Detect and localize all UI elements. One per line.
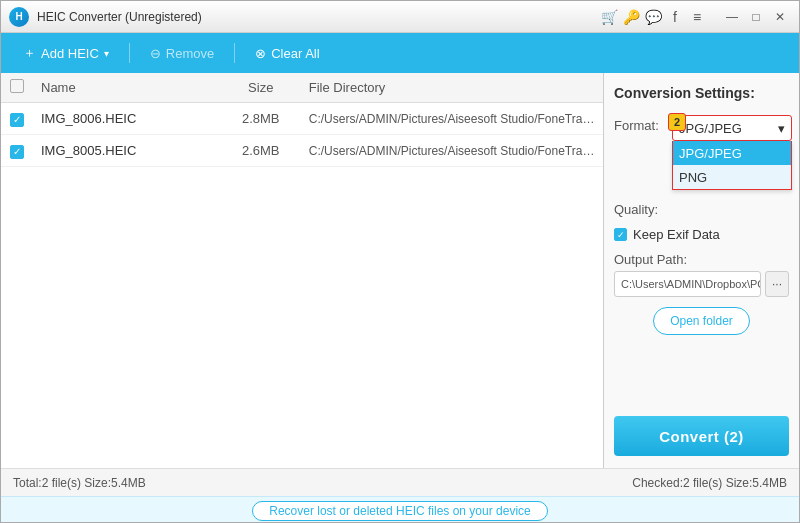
toolbar: ＋ Add HEIC ▾ ⊖ Remove ⊗ Clear All [1, 33, 799, 73]
minimize-button[interactable]: — [721, 6, 743, 28]
format-dropdown-menu: JPG/JPEG PNG [672, 141, 792, 190]
header-checkbox[interactable] [10, 79, 24, 93]
status-bar: Total:2 file(s) Size:5.4MB Checked:2 fil… [1, 468, 799, 496]
add-heic-button[interactable]: ＋ Add HEIC ▾ [11, 39, 121, 67]
status-right: Checked:2 file(s) Size:5.4MB [632, 476, 787, 490]
row1-dir: C:/Users/ADMIN/Pictures/Aiseesoft Studio… [301, 112, 603, 126]
maximize-button[interactable]: □ [745, 6, 767, 28]
row1-name: IMG_8006.HEIC [33, 111, 221, 126]
output-path-label: Output Path: [614, 252, 789, 267]
format-current-value: JPG/JPEG [679, 121, 742, 136]
keep-exif-label: Keep Exif Data [633, 227, 720, 242]
remove-icon: ⊖ [150, 46, 161, 61]
title-bar-icons: 🛒 🔑 💬 f ≡ [601, 9, 705, 25]
row1-size: 2.8MB [221, 111, 301, 126]
format-option-png[interactable]: PNG [673, 165, 791, 189]
right-panel: Conversion Settings: Format: 2 JPG/JPEG … [604, 73, 799, 468]
app-logo: H [9, 7, 29, 27]
header-name: Name [33, 80, 221, 95]
quality-row: Quality: [614, 199, 789, 217]
row2-checkbox[interactable] [10, 145, 24, 159]
header-size: Size [221, 80, 301, 95]
output-path-row: C:\Users\ADMIN\Dropbox\PC\ ··· [614, 271, 789, 297]
file-count-badge: 2 [668, 113, 686, 131]
bottom-bar: Recover lost or deleted HEIC files on yo… [1, 496, 799, 523]
format-dropdown-arrow: ▾ [778, 121, 785, 136]
keep-exif-row: Keep Exif Data [614, 227, 789, 242]
add-icon: ＋ [23, 44, 36, 62]
open-folder-button[interactable]: Open folder [653, 307, 750, 335]
menu-icon[interactable]: ≡ [689, 9, 705, 25]
facebook-icon[interactable]: f [667, 9, 683, 25]
row2-name: IMG_8005.HEIC [33, 143, 221, 158]
window-controls: — □ ✕ [721, 6, 791, 28]
keep-exif-checkbox[interactable] [614, 228, 627, 241]
table-row: IMG_8005.HEIC 2.6MB C:/Users/ADMIN/Pictu… [1, 135, 603, 167]
add-dropdown-arrow: ▾ [104, 48, 109, 59]
format-dropdown-wrapper: 2 JPG/JPEG ▾ JPG/JPEG PNG [672, 115, 792, 141]
settings-title: Conversion Settings: [614, 85, 789, 101]
quality-label: Quality: [614, 199, 666, 217]
table-header: Name Size File Directory [1, 73, 603, 103]
format-label: Format: [614, 115, 666, 133]
clear-icon: ⊗ [255, 46, 266, 61]
title-bar: H HEIC Converter (Unregistered) 🛒 🔑 💬 f … [1, 1, 799, 33]
table-row: IMG_8006.HEIC 2.8MB C:/Users/ADMIN/Pictu… [1, 103, 603, 135]
row1-checkbox[interactable] [10, 113, 24, 127]
format-row: Format: 2 JPG/JPEG ▾ JPG/JPEG [614, 115, 789, 141]
row1-check[interactable] [1, 111, 33, 127]
cart-icon[interactable]: 🛒 [601, 9, 617, 25]
table-body: IMG_8006.HEIC 2.8MB C:/Users/ADMIN/Pictu… [1, 103, 603, 468]
output-path-display: C:\Users\ADMIN\Dropbox\PC\ [614, 271, 761, 297]
status-left: Total:2 file(s) Size:5.4MB [13, 476, 632, 490]
toolbar-divider-1 [129, 43, 130, 63]
output-section: Output Path: C:\Users\ADMIN\Dropbox\PC\ … [614, 252, 789, 297]
row2-size: 2.6MB [221, 143, 301, 158]
main-layout: Name Size File Directory IMG_8006.HEIC 2… [1, 73, 799, 468]
remove-button[interactable]: ⊖ Remove [138, 39, 226, 67]
header-directory: File Directory [301, 80, 603, 95]
header-check-col [1, 79, 33, 96]
format-option-jpg[interactable]: JPG/JPEG [673, 141, 791, 165]
clear-all-button[interactable]: ⊗ Clear All [243, 39, 331, 67]
format-dropdown-button[interactable]: JPG/JPEG ▾ [672, 115, 792, 141]
recover-link[interactable]: Recover lost or deleted HEIC files on yo… [252, 501, 547, 521]
left-panel: Name Size File Directory IMG_8006.HEIC 2… [1, 73, 604, 468]
key-icon[interactable]: 🔑 [623, 9, 639, 25]
format-control: 2 JPG/JPEG ▾ JPG/JPEG PNG [672, 115, 792, 141]
close-button[interactable]: ✕ [769, 6, 791, 28]
convert-button[interactable]: Convert (2) [614, 416, 789, 456]
toolbar-divider-2 [234, 43, 235, 63]
row2-check[interactable] [1, 143, 33, 159]
row2-dir: C:/Users/ADMIN/Pictures/Aiseesoft Studio… [301, 144, 603, 158]
chat-icon[interactable]: 💬 [645, 9, 661, 25]
app-title: HEIC Converter (Unregistered) [37, 10, 593, 24]
browse-button[interactable]: ··· [765, 271, 789, 297]
